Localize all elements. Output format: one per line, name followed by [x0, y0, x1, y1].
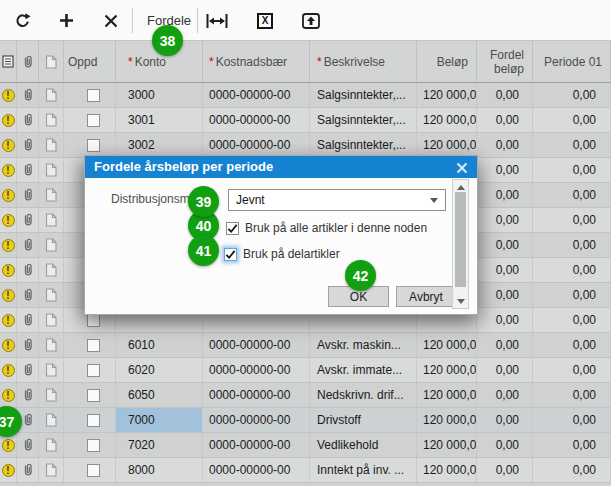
- cell-konto[interactable]: 6050: [116, 383, 203, 407]
- cell-konto[interactable]: 7000: [116, 408, 203, 432]
- cell-attachment[interactable]: [17, 83, 39, 107]
- row-checkbox[interactable]: [87, 364, 100, 377]
- cell-periode-01[interactable]: 0,00: [533, 83, 611, 107]
- cell-beskrivelse[interactable]: Avskr. immate...: [310, 358, 417, 382]
- cell-periode-01[interactable]: 0,00: [533, 233, 611, 257]
- column-header-attach[interactable]: [17, 41, 39, 82]
- cell-note[interactable]: [39, 383, 64, 407]
- cell-periode-01[interactable]: 0,00: [533, 383, 611, 407]
- cell-fordel-belop[interactable]: 0,00: [477, 83, 533, 107]
- delete-row-button[interactable]: [97, 7, 125, 34]
- cell-periode-01[interactable]: 0,00: [533, 433, 611, 457]
- cell-fordel-belop[interactable]: 0,00: [477, 108, 533, 132]
- cell-beskrivelse[interactable]: Vedlikehold: [310, 433, 417, 457]
- cell-fordel-belop[interactable]: 0,00: [477, 283, 533, 307]
- cell-konto[interactable]: 8000: [116, 458, 203, 482]
- fit-column-width-button[interactable]: [203, 7, 231, 34]
- scrollbar-thumb[interactable]: [455, 192, 466, 287]
- cell-konto[interactable]: 6010: [116, 333, 203, 357]
- cell-periode-01[interactable]: 0,00: [533, 308, 611, 332]
- add-row-button[interactable]: [52, 7, 80, 34]
- cell-attachment[interactable]: [17, 333, 39, 357]
- cell-fordel-belop[interactable]: 0,00: [477, 208, 533, 232]
- column-header-belop[interactable]: Beløp: [417, 41, 477, 82]
- cell-periode-01[interactable]: 0,00: [533, 333, 611, 357]
- cell-belop[interactable]: 120 000,00: [417, 458, 477, 482]
- row-checkbox[interactable]: [87, 389, 100, 402]
- cell-beskrivelse[interactable]: Nedskrivn. drif...: [310, 383, 417, 407]
- cell-beskrivelse[interactable]: Inntekt på inv. ...: [310, 458, 417, 482]
- cell-attachment[interactable]: [17, 108, 39, 132]
- cell-fordel-belop[interactable]: 0,00: [477, 358, 533, 382]
- cell-attachment[interactable]: [17, 233, 39, 257]
- cancel-button[interactable]: Avbryt: [396, 286, 456, 307]
- cell-periode-01[interactable]: 0,00: [533, 408, 611, 432]
- column-header-state[interactable]: [0, 41, 17, 82]
- row-checkbox[interactable]: [87, 464, 100, 477]
- cell-periode-01[interactable]: 0,00: [533, 258, 611, 282]
- cell-kostnadsbaerer[interactable]: 0000-00000-00: [203, 458, 310, 482]
- cell-periode-01[interactable]: 0,00: [533, 358, 611, 382]
- scroll-down-button[interactable]: [453, 294, 468, 308]
- cell-fordel-belop[interactable]: 0,00: [477, 408, 533, 432]
- cell-belop[interactable]: 120 000,00: [417, 108, 477, 132]
- cell-note[interactable]: [39, 333, 64, 357]
- cell-note[interactable]: [39, 458, 64, 482]
- cell-attachment[interactable]: [17, 208, 39, 232]
- cell-periode-01[interactable]: 0,00: [533, 458, 611, 482]
- cell-note[interactable]: [39, 433, 64, 457]
- cell-fordel-belop[interactable]: 0,00: [477, 158, 533, 182]
- cell-beskrivelse[interactable]: Drivstoff: [310, 408, 417, 432]
- cell-belop[interactable]: 120 000,00: [417, 133, 477, 157]
- cell-attachment[interactable]: [17, 458, 39, 482]
- cell-beskrivelse[interactable]: Avskr. maskin...: [310, 333, 417, 357]
- row-checkbox[interactable]: [87, 314, 100, 327]
- cell-fordel-belop[interactable]: 0,00: [477, 458, 533, 482]
- cell-note[interactable]: [39, 108, 64, 132]
- cell-attachment[interactable]: [17, 383, 39, 407]
- cell-belop[interactable]: 120 000,00: [417, 333, 477, 357]
- row-checkbox[interactable]: [87, 339, 100, 352]
- cell-periode-01[interactable]: 0,00: [533, 208, 611, 232]
- cell-attachment[interactable]: [17, 308, 39, 332]
- cell-fordel-belop[interactable]: 0,00: [477, 183, 533, 207]
- cell-fordel-belop[interactable]: 0,00: [477, 433, 533, 457]
- cell-fordel-belop[interactable]: 0,00: [477, 333, 533, 357]
- cell-attachment[interactable]: [17, 283, 39, 307]
- cell-note[interactable]: [39, 208, 64, 232]
- cell-note[interactable]: [39, 158, 64, 182]
- cell-periode-01[interactable]: 0,00: [533, 183, 611, 207]
- cell-fordel-belop[interactable]: 0,00: [477, 258, 533, 282]
- row-checkbox[interactable]: [87, 114, 100, 127]
- cell-periode-01[interactable]: 0,00: [533, 133, 611, 157]
- cell-konto[interactable]: 6020: [116, 358, 203, 382]
- cell-konto[interactable]: 3001: [116, 108, 203, 132]
- column-header-oppd[interactable]: Oppd: [64, 41, 116, 82]
- cell-kostnadsbaerer[interactable]: 0000-00000-00: [203, 383, 310, 407]
- cell-note[interactable]: [39, 408, 64, 432]
- cell-beskrivelse[interactable]: Salgsinntekter,...: [310, 133, 417, 157]
- cell-note[interactable]: [39, 358, 64, 382]
- column-header-note[interactable]: [39, 41, 64, 82]
- cell-kostnadsbaerer[interactable]: 0000-00000-00: [203, 358, 310, 382]
- cell-note[interactable]: [39, 308, 64, 332]
- cell-attachment[interactable]: [17, 183, 39, 207]
- cell-note[interactable]: [39, 133, 64, 157]
- cell-fordel-belop[interactable]: 0,00: [477, 308, 533, 332]
- cell-beskrivelse[interactable]: Salgsinntekter,...: [310, 108, 417, 132]
- cell-note[interactable]: [39, 283, 64, 307]
- cell-kostnadsbaerer[interactable]: 0000-00000-00: [203, 83, 310, 107]
- cell-fordel-belop[interactable]: 0,00: [477, 133, 533, 157]
- cell-attachment[interactable]: [17, 358, 39, 382]
- cell-periode-01[interactable]: 0,00: [533, 158, 611, 182]
- cell-belop[interactable]: 120 000,00: [417, 383, 477, 407]
- cell-kostnadsbaerer[interactable]: 0000-00000-00: [203, 433, 310, 457]
- cell-fordel-belop[interactable]: 0,00: [477, 383, 533, 407]
- column-header-kost[interactable]: *Kostnadsbær: [203, 41, 310, 82]
- upload-button[interactable]: [297, 7, 325, 34]
- cell-periode-01[interactable]: 0,00: [533, 108, 611, 132]
- subarticles-checkbox[interactable]: [224, 248, 237, 261]
- refresh-button[interactable]: [8, 7, 36, 34]
- row-checkbox[interactable]: [87, 89, 100, 102]
- cell-note[interactable]: [39, 258, 64, 282]
